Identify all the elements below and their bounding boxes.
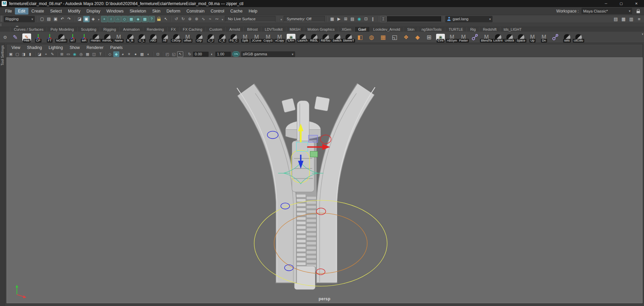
close-button[interactable]: ✕ (629, 0, 644, 7)
add-operation-icon[interactable]: ⊕ (187, 16, 193, 22)
shelf-tab[interactable]: Animation (119, 27, 143, 32)
workspace-pin-icon[interactable] (635, 8, 641, 14)
menu-item[interactable]: Help (245, 8, 260, 15)
workspace-selector[interactable]: Maya Classic* (581, 8, 632, 14)
overscan-icon[interactable]: ✎ (49, 51, 55, 57)
safe-title-icon[interactable]: T (97, 51, 103, 57)
shelf-tab[interactable]: Rendering (143, 27, 167, 32)
shelf-item-JCurve[interactable]: JCurve (251, 32, 262, 43)
menu-item[interactable]: Constrain (184, 8, 208, 15)
panel-menu-item[interactable]: Panels (107, 45, 126, 50)
shelf-tab[interactable]: Poly Modeling (47, 27, 77, 32)
disable-operation-icon[interactable]: ⊗ (193, 16, 200, 22)
shelf-item-PS_C[interactable]: PS_C (228, 32, 239, 43)
lock-camera-icon[interactable]: ▢ (14, 51, 20, 57)
shelf-item-LockHi[interactable]: LockHi (492, 32, 504, 43)
select-by-object-icon[interactable]: ▣ (83, 16, 90, 22)
exposure-icon[interactable]: ↻ (187, 51, 193, 57)
snap-align-icon[interactable]: ▩ (142, 16, 148, 22)
dropdown-arrow-icon[interactable] (221, 16, 224, 22)
shelf-item-C_E[interactable]: C_E (216, 32, 228, 43)
outliner-toggle-icon[interactable]: ≡ (636, 16, 642, 22)
highlight-selection-icon[interactable]: ↖ (163, 16, 169, 22)
shelf-tab[interactable]: Rig (467, 27, 479, 32)
shelf-item-SleeveT[interactable]: SleeveT (343, 32, 354, 43)
exposure-field[interactable]: 0.00 (193, 52, 209, 57)
shelf-scroll-icon[interactable]: ▾ (642, 32, 643, 36)
menu-item[interactable]: Edit (15, 8, 28, 15)
select-camera-icon[interactable]: ▣ (8, 51, 14, 57)
shelf-item-Switch[interactable]: Switch (331, 32, 343, 43)
panel-menu-item[interactable]: Renderer (84, 45, 106, 50)
shelf-item-Launch[interactable]: Launch (297, 32, 308, 43)
menu-item[interactable]: Modify (65, 8, 84, 15)
textured-icon[interactable]: ◕ (120, 51, 126, 57)
shelf-item-poly-wheel[interactable]: ◍ (366, 32, 377, 43)
shelf-tab[interactable]: FX (167, 27, 179, 32)
shelf-item-Space[interactable]: Space (515, 32, 527, 43)
menu-item[interactable]: Deform (164, 8, 184, 15)
shelf-item-ABSym[interactable]: ABSym (446, 32, 458, 43)
menu-set-selector[interactable]: Rigging (4, 16, 35, 22)
gamma-selector[interactable]: sRGB gamma (241, 51, 295, 57)
xray-icon[interactable]: ◰ (164, 51, 170, 57)
shelf-item-joint-tool-2[interactable] (550, 32, 561, 43)
shelf-item-poly-grid[interactable]: ▦ (377, 32, 389, 43)
shelf-item-poly-box[interactable]: ◆ (412, 32, 423, 43)
new-scene-icon[interactable]: ▢ (39, 16, 45, 22)
shelf-tab[interactable]: Motion Graphics (304, 27, 338, 32)
construction-history-icon[interactable]: ↺ (173, 16, 180, 22)
shelf-item-Name[interactable]: Name (113, 32, 124, 43)
shelf-item-poly-tiles[interactable]: ❖ (400, 32, 412, 43)
shelf-gear-icon[interactable]: ⚙ (1, 35, 9, 40)
shelf-item-fit-tool[interactable]: ◱ (389, 32, 400, 43)
panel-menu-item[interactable]: Shading (24, 45, 45, 50)
curve-edit-icon[interactable]: ∿ (200, 16, 207, 22)
make-live-icon[interactable]: ◈ (135, 16, 141, 22)
dropdown-arrow-icon[interactable] (280, 16, 283, 22)
motion-blur-icon[interactable]: ◐ (145, 51, 151, 57)
shelf-item-poly-cube[interactable]: ◧ (354, 32, 366, 43)
shelf-tab[interactable]: LDVToolkit (261, 27, 286, 32)
smooth-edit-icon[interactable]: ≈ (207, 16, 213, 22)
isolate-select-icon[interactable]: ⊡ (155, 51, 161, 57)
shelf-item-AllO[interactable]: AllO (147, 32, 159, 43)
shelf-tab[interactable]: MASH (286, 27, 304, 32)
safe-action-icon[interactable]: ◫ (91, 51, 97, 57)
panel-menu-item[interactable]: Show (67, 45, 83, 50)
shelf-tab[interactable]: TURTLE (445, 27, 467, 32)
shelf-item-MR[interactable]: MR (78, 32, 90, 43)
shelf-item-Rib3L[interactable]: Rib3L (308, 32, 320, 43)
bookmarks-icon[interactable]: ▮ (27, 51, 33, 57)
attribute-editor-toggle-icon[interactable]: ▤ (613, 16, 619, 22)
shelf-tab[interactable]: Redshift (479, 27, 500, 32)
shelf-tab[interactable]: Curves / Surfaces (10, 27, 47, 32)
snap-help-icon[interactable]: ? (148, 16, 155, 22)
contrast-icon[interactable]: ◐ (209, 51, 215, 57)
shelf-item-All[interactable]: All (159, 32, 170, 43)
redo-icon[interactable]: ↷ (66, 16, 72, 22)
snap-to-point-icon[interactable]: ∴ (115, 16, 121, 22)
xray-joints-icon[interactable]: ◱ (171, 51, 177, 57)
lock-selection-icon[interactable] (156, 16, 162, 22)
shelf-item-CopyS[interactable]: CopyS (262, 32, 274, 43)
render-sequence-icon[interactable]: ⊞ (342, 16, 349, 22)
panel-menu-item[interactable]: View (8, 45, 23, 50)
menu-item[interactable]: Windows (103, 8, 127, 15)
2d-pan-zoom-icon[interactable]: + (43, 51, 49, 57)
symmetry-field[interactable]: Symmetry: Off (284, 16, 325, 22)
resolution-gate-icon[interactable]: ◉ (72, 51, 78, 57)
tool-settings-strip[interactable]: Tool Settings (0, 43, 5, 306)
menu-item[interactable]: Control (208, 8, 227, 15)
shelf-tab[interactable]: Custom (206, 27, 225, 32)
menu-item[interactable]: File (2, 8, 15, 15)
shelf-item-Hist[interactable]: Hist (21, 32, 32, 43)
shelf-item-fk_ik[interactable]: fk_ik (124, 32, 136, 43)
film-gate-icon[interactable]: ▭ (65, 51, 71, 57)
shelf-item-Up[interactable]: Up (527, 32, 538, 43)
shelf-item-MT[interactable]: MT (67, 32, 78, 43)
shelf-item-BlendTa[interactable]: BlendTa (481, 32, 492, 43)
search-input[interactable] (387, 16, 441, 22)
shelf-item-offset[interactable]: offset (182, 32, 193, 43)
wireframe-icon[interactable]: ◇ (107, 51, 113, 57)
